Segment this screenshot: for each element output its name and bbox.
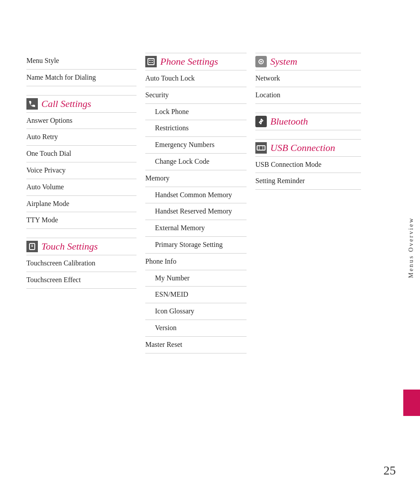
svg-rect-7 bbox=[151, 62, 153, 63]
page-content: Menu Style Name Match for Dialing Call S… bbox=[0, 0, 420, 380]
system-title: System bbox=[270, 56, 297, 67]
list-item: Setting Reminder bbox=[255, 173, 361, 190]
bluetooth-icon bbox=[255, 116, 267, 127]
list-item: Phone Info bbox=[145, 254, 247, 270]
svg-rect-5 bbox=[151, 60, 153, 61]
list-item: TTY Mode bbox=[26, 212, 136, 229]
list-item: Answer Options bbox=[26, 113, 136, 129]
sidebar: Menus Overview bbox=[402, 0, 420, 504]
phone-settings-title: Phone Settings bbox=[160, 56, 218, 67]
list-item: Change Lock Code bbox=[145, 154, 247, 170]
list-item: Network bbox=[255, 70, 361, 87]
bluetooth-header: Bluetooth bbox=[255, 113, 361, 130]
list-item: Primary Storage Setting bbox=[145, 237, 247, 254]
column-1: Menu Style Name Match for Dialing Call S… bbox=[26, 53, 145, 353]
call-settings-icon bbox=[26, 98, 38, 110]
list-item: Lock Phone bbox=[145, 104, 247, 121]
call-settings-title: Call Settings bbox=[41, 98, 91, 110]
list-item: Version bbox=[145, 320, 247, 337]
list-item: Auto Touch Lock bbox=[145, 70, 247, 87]
list-item: Emergency Numbers bbox=[145, 137, 247, 154]
list-item: Handset Common Memory bbox=[145, 187, 247, 204]
svg-rect-4 bbox=[149, 60, 151, 61]
system-icon bbox=[255, 56, 267, 67]
svg-point-9 bbox=[260, 61, 262, 63]
pink-accent-bar bbox=[403, 390, 420, 416]
list-item: USB Connection Mode bbox=[255, 157, 361, 173]
column-2: Phone Settings Auto Touch Lock Security … bbox=[145, 53, 255, 353]
list-item: Airplane Mode bbox=[26, 196, 136, 213]
phone-settings-items: Auto Touch Lock Security Lock Phone Rest… bbox=[145, 70, 247, 353]
list-item: External Memory bbox=[145, 220, 247, 237]
svg-rect-10 bbox=[257, 146, 265, 150]
touch-settings-items: Touchscreen Calibration Touchscreen Effe… bbox=[26, 255, 136, 289]
list-item: Auto Retry bbox=[26, 129, 136, 146]
list-item: Auto Volume bbox=[26, 179, 136, 196]
list-item: Menu Style bbox=[26, 53, 136, 70]
list-item: My Number bbox=[145, 270, 247, 287]
page-number: 25 bbox=[383, 464, 396, 478]
phone-settings-header: Phone Settings bbox=[145, 53, 247, 70]
list-item: Location bbox=[255, 87, 361, 104]
list-item: Memory bbox=[145, 170, 247, 187]
usb-items: USB Connection Mode Setting Reminder bbox=[255, 157, 361, 190]
list-item: Master Reset bbox=[145, 337, 247, 353]
list-item: Restrictions bbox=[145, 120, 247, 137]
system-header: System bbox=[255, 53, 361, 70]
column-3: System Network Location Bluetooth USB Co… bbox=[255, 53, 361, 353]
bluetooth-title: Bluetooth bbox=[270, 116, 308, 127]
list-item: Icon Glossary bbox=[145, 303, 247, 320]
phone-settings-icon bbox=[145, 56, 157, 67]
system-items: Network Location bbox=[255, 70, 361, 104]
list-item: Touchscreen Effect bbox=[26, 272, 136, 289]
touch-settings-header: Touch Settings bbox=[26, 238, 136, 255]
usb-icon bbox=[255, 142, 267, 154]
list-item: One Touch Dial bbox=[26, 146, 136, 162]
svg-rect-6 bbox=[149, 62, 151, 63]
touch-settings-title: Touch Settings bbox=[41, 241, 98, 252]
sidebar-label: Menus Overview bbox=[408, 217, 415, 278]
svg-rect-3 bbox=[148, 59, 154, 65]
call-settings-items: Answer Options Auto Retry One Touch Dial… bbox=[26, 113, 136, 229]
list-item: Name Match for Dialing bbox=[26, 70, 136, 86]
list-item: Touchscreen Calibration bbox=[26, 255, 136, 272]
usb-header: USB Connection bbox=[255, 139, 361, 157]
list-item: Handset Reserved Memory bbox=[145, 203, 247, 220]
list-item: Security bbox=[145, 87, 247, 104]
touch-settings-icon bbox=[26, 241, 38, 252]
list-item: Voice Privacy bbox=[26, 162, 136, 179]
usb-title: USB Connection bbox=[270, 142, 335, 154]
list-item: ESN/MEID bbox=[145, 287, 247, 303]
call-settings-header: Call Settings bbox=[26, 95, 136, 113]
